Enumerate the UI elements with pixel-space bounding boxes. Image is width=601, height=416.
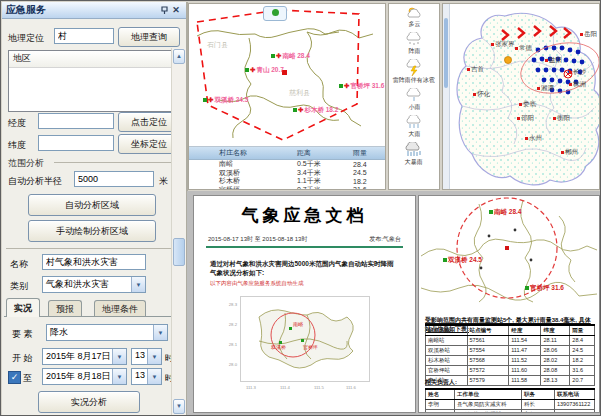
panel-title: 应急服务 bbox=[6, 3, 158, 17]
chevron-down-icon[interactable]: ▼ bbox=[131, 277, 145, 292]
map-tool-button[interactable] bbox=[263, 6, 287, 21]
legend-item: 雷阵雨伴有冰雹 bbox=[391, 59, 437, 85]
latitude-label: 纬度 bbox=[8, 139, 26, 152]
category-select[interactable]: 气象和洪水灾害 ▼ bbox=[42, 276, 146, 293]
city-label: 郴州 bbox=[561, 148, 578, 157]
scrollbar-thumb[interactable] bbox=[173, 238, 185, 266]
panel-scrollbar[interactable]: ▲ ▼ bbox=[171, 48, 186, 415]
tab-live[interactable]: 实况 bbox=[6, 298, 40, 317]
table-row: 杉木桥站57568 111.5228.02 18.2 bbox=[426, 356, 595, 366]
city-label: 娄底 bbox=[519, 100, 536, 109]
app-window: 应急服务 ✕ 地理定位 地理查询 地区 经度 点击定位 纬度 坐标定位 范围分析 bbox=[0, 0, 601, 416]
emergency-service-panel: 应急服务 ✕ 地理定位 地理查询 地区 经度 点击定位 纬度 坐标定位 范围分析 bbox=[2, 2, 188, 415]
document-page-2[interactable]: 南峪 28.4 双溪桥 24.5 官桥坪 31.6 受影响范围内共有雨量监测站5… bbox=[418, 195, 600, 413]
pin-icon[interactable] bbox=[158, 4, 170, 16]
analysis-map-panel[interactable]: 石门县 慈利县 ✚南峪 28.4 ✚青山 20.7 ✚双溪桥 24.5 ✚杉木桥… bbox=[188, 3, 386, 190]
region-listbox[interactable]: 地区 bbox=[8, 50, 172, 112]
city-label: 邵阳 bbox=[517, 114, 534, 123]
city-label: 株洲 bbox=[569, 80, 586, 89]
longitude-input[interactable] bbox=[38, 113, 114, 129]
city-label: 永州 bbox=[525, 134, 542, 143]
radius-label: 自动分析半径 bbox=[8, 175, 62, 188]
panel-titlebar[interactable]: 应急服务 ✕ bbox=[2, 2, 186, 19]
legend-item: 多云 bbox=[405, 7, 423, 29]
drizzle-icon bbox=[405, 32, 423, 47]
contacts-table: 姓名 工作单位 职务 联系电话 李明县气象局防灾减灾科 科长1390736112… bbox=[425, 388, 595, 413]
table-header-row: 姓名 工作单位 职务 联系电话 bbox=[426, 389, 595, 400]
table-row[interactable]: 官桥坪 0.7千米31.6 bbox=[189, 186, 385, 191]
legend-item: 大暴雨 bbox=[404, 142, 424, 167]
rain-icon bbox=[405, 115, 423, 130]
station-label: 官桥坪 31.6 bbox=[525, 284, 564, 293]
section-divider bbox=[6, 248, 176, 249]
city-label: 益阳 bbox=[545, 56, 562, 65]
station-label: ✚双溪桥 24.5 bbox=[203, 96, 248, 105]
station-label: ✚官桥坪 31.6 bbox=[339, 82, 384, 91]
city-label: 岳阳 bbox=[580, 30, 597, 39]
name-input[interactable] bbox=[42, 254, 146, 270]
end-checkbox[interactable]: ✓ bbox=[8, 371, 21, 384]
station-label: 双溪桥 24.5 bbox=[443, 256, 482, 265]
radius-input[interactable] bbox=[74, 171, 154, 187]
geo-input[interactable] bbox=[54, 28, 114, 44]
tab-geo-condition[interactable]: 地理条件 bbox=[94, 300, 146, 317]
chevron-down-icon[interactable]: ▼ bbox=[147, 369, 161, 384]
auto-area-button[interactable]: 自动分析区域 bbox=[28, 194, 156, 216]
svg-text:南峪: 南峪 bbox=[293, 321, 303, 327]
contacts-label: 相关负责人: bbox=[425, 378, 457, 387]
end-date-select[interactable]: 2015年 8月18日 ▼ bbox=[42, 368, 127, 385]
table-row: 官桥坪站57572 111.6028.08 31.6 bbox=[426, 366, 595, 376]
start-date-select[interactable]: 2015年 8月17日 ▼ bbox=[42, 348, 127, 365]
start-hour-select[interactable]: 13 ▼ bbox=[131, 348, 162, 365]
chevron-down-icon[interactable]: ▼ bbox=[153, 325, 167, 340]
chevron-down-icon[interactable]: ▼ bbox=[147, 349, 161, 364]
run-analysis-button[interactable]: 实况分析 bbox=[38, 391, 140, 413]
table-header-row: 站点名称站点编号 经度纬度 雨量 bbox=[426, 325, 595, 336]
chevron-down-icon[interactable]: ▼ bbox=[112, 349, 126, 364]
start-label: 开 始 bbox=[12, 352, 33, 365]
document-title: 气象应急文档 bbox=[194, 204, 415, 227]
scroll-down-icon[interactable]: ▼ bbox=[173, 399, 185, 414]
longitude-label: 经度 bbox=[8, 117, 26, 130]
tab-forecast[interactable]: 预报 bbox=[48, 300, 82, 317]
geo-label: 地理定位 bbox=[8, 32, 44, 45]
station-table: 站点名称站点编号 经度纬度 雨量 南峪站57561 111.5428.11 28… bbox=[425, 324, 595, 386]
element-select[interactable]: 降水 ▼ bbox=[46, 324, 168, 341]
geo-search-button[interactable]: 地理查询 bbox=[118, 27, 180, 47]
end-hour-select[interactable]: 13 ▼ bbox=[131, 368, 162, 385]
document-page-1[interactable]: 气象应急文档 2015-08-17 13时 至 2015-08-18 13时 发… bbox=[193, 195, 416, 413]
table-row: 李明县气象局防灾减灾科 科长13907361122 bbox=[426, 400, 595, 410]
city-label: 湘潭 bbox=[537, 84, 554, 93]
analysis-paragraph: 通过对村气象和洪水灾害周边5000米范围内气象自动站实时降雨气象状况分析如下: bbox=[210, 260, 399, 278]
map-scrollbar[interactable] bbox=[443, 4, 450, 189]
document-viewer[interactable]: 气象应急文档 2015-08-17 13时 至 2015-08-18 13时 发… bbox=[187, 191, 601, 416]
rainstorm-icon bbox=[404, 142, 424, 158]
analysis-map[interactable] bbox=[189, 4, 385, 149]
category-label: 类别 bbox=[10, 280, 28, 293]
svg-text:双溪桥: 双溪桥 bbox=[271, 344, 286, 351]
region-list-header: 地区 bbox=[9, 51, 171, 68]
city-label: 怀化 bbox=[473, 90, 490, 99]
range-group-label: 范围分析 bbox=[8, 157, 44, 170]
legend-item: 阵雨 bbox=[405, 32, 423, 56]
sun-cloud-icon bbox=[405, 7, 423, 20]
header-rule bbox=[206, 246, 403, 248]
table-row: 南峪站57561 111.5428.11 28.4 bbox=[426, 336, 595, 346]
scroll-up-icon[interactable]: ▲ bbox=[173, 49, 185, 64]
city-label: 常德 bbox=[515, 44, 532, 53]
village-result-table[interactable]: 村庄名称 距离 雨量 南峪 0.5千米28.4 双溪桥 3.4千米24.5 杉木… bbox=[189, 146, 385, 189]
latitude-input[interactable] bbox=[38, 135, 114, 151]
close-icon[interactable]: ✕ bbox=[170, 4, 182, 16]
station-label: ✚青山 20.7 bbox=[245, 66, 284, 75]
station-label: 南峪 28.4 bbox=[489, 208, 521, 217]
scrollbar-thumb[interactable] bbox=[444, 18, 448, 88]
city-label: 吉首 bbox=[467, 65, 484, 74]
city-label: 衡阳 bbox=[553, 114, 570, 123]
chevron-down-icon[interactable]: ▼ bbox=[112, 369, 126, 384]
province-map-panel[interactable]: 张家界 岳阳 常德 吉首 益阳 长沙 怀化 湘潭 株洲 娄底 邵阳 衡阳 永州 … bbox=[442, 3, 600, 190]
rain-distribution-figure: 南峪双溪桥官桥坪 28.3 28.2 28.1 28.0 111.3 111.4… bbox=[240, 296, 370, 382]
weather-legend: 多云 阵雨 雷阵雨伴有冰雹 小雨 bbox=[388, 3, 440, 190]
svg-text:官桥坪: 官桥坪 bbox=[303, 344, 318, 350]
end-label: 至 bbox=[23, 372, 32, 385]
manual-area-button[interactable]: 手动绘制分析区域 bbox=[28, 220, 156, 242]
